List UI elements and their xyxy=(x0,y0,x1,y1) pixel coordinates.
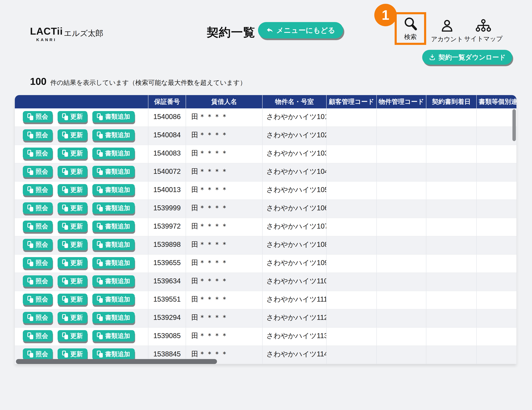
update-button[interactable]: 更新 xyxy=(57,147,87,159)
row-actions-cell: 照会 更新 書類追加 xyxy=(15,145,148,163)
document-copy-icon xyxy=(97,132,103,138)
add-documents-button[interactable]: 書類追加 xyxy=(92,184,135,195)
update-button[interactable]: 更新 xyxy=(57,239,87,250)
inquiry-button[interactable]: 照会 xyxy=(23,129,53,141)
add-documents-button[interactable]: 書類追加 xyxy=(92,257,135,269)
vertical-scrollbar-thumb[interactable] xyxy=(513,109,516,141)
customer-code-cell xyxy=(326,200,377,218)
update-button[interactable]: 更新 xyxy=(57,184,87,195)
back-to-menu-button[interactable]: メニューにもどる xyxy=(258,22,343,39)
inquiry-button[interactable]: 照会 xyxy=(23,147,53,159)
contract-arrival-cell xyxy=(426,218,476,236)
update-button[interactable]: 更新 xyxy=(57,294,87,305)
reply-arrow-icon xyxy=(266,26,274,34)
horizontal-scrollbar-thumb[interactable] xyxy=(16,359,217,364)
add-documents-button[interactable]: 書類追加 xyxy=(92,202,135,214)
document-copy-icon xyxy=(62,278,68,284)
search-nav-item[interactable]: 検索 xyxy=(395,12,426,45)
update-button[interactable]: 更新 xyxy=(57,312,87,323)
add-documents-button[interactable]: 書類追加 xyxy=(92,111,135,122)
add-documents-button[interactable]: 書類追加 xyxy=(92,275,135,287)
update-button[interactable]: 更新 xyxy=(57,257,87,269)
property-code-cell xyxy=(377,145,426,163)
user-name: エルズ太郎 xyxy=(64,28,103,39)
sitemap-nav-item[interactable]: サイトマップ xyxy=(467,19,500,43)
customer-code-cell xyxy=(326,127,377,145)
column-header-documents-contact: 書類等個別連絡 xyxy=(476,95,516,108)
row-actions-cell: 照会 更新 書類追加 xyxy=(15,108,148,127)
document-copy-icon xyxy=(27,186,33,193)
contracts-table: 保証番号 賃借人名 物件名・号室 顧客管理コード 物件管理コード 契約書到着日 … xyxy=(15,95,516,364)
column-header-actions xyxy=(15,95,148,108)
column-header-property-code: 物件管理コード xyxy=(377,95,426,108)
document-copy-icon xyxy=(27,332,33,339)
inquiry-button[interactable]: 照会 xyxy=(23,312,53,323)
guarantee-number-cell: 1540013 xyxy=(148,181,186,200)
table-row: 照会 更新 書類追加 1539551 田＊＊＊＊ さわやかハイツ111 xyxy=(15,291,516,309)
sitemap-label: サイトマップ xyxy=(464,35,503,43)
tenant-name-cell: 田＊＊＊＊ xyxy=(186,200,262,218)
add-documents-button[interactable]: 書類追加 xyxy=(92,166,135,177)
update-button[interactable]: 更新 xyxy=(57,275,87,287)
property-name-cell: さわやかハイツ112 xyxy=(262,309,326,327)
inquiry-button[interactable]: 照会 xyxy=(23,202,53,214)
column-header-contract-arrival-date: 契約書到着日 xyxy=(426,95,476,108)
inquiry-button[interactable]: 照会 xyxy=(23,111,53,122)
add-documents-button[interactable]: 書類追加 xyxy=(92,239,135,250)
add-documents-button[interactable]: 書類追加 xyxy=(92,348,135,360)
property-code-cell xyxy=(377,218,426,236)
contract-arrival-cell xyxy=(426,200,476,218)
customer-code-cell xyxy=(326,273,377,291)
documents-contact-cell xyxy=(476,127,516,145)
documents-contact-cell xyxy=(476,218,516,236)
document-copy-icon xyxy=(62,296,68,303)
inquiry-button[interactable]: 照会 xyxy=(23,275,53,287)
guarantee-number-cell: 1540083 xyxy=(148,145,186,163)
document-copy-icon xyxy=(97,351,103,358)
property-code-cell xyxy=(377,200,426,218)
row-actions-cell: 照会 更新 書類追加 xyxy=(15,291,148,309)
add-documents-button[interactable]: 書類追加 xyxy=(92,221,135,232)
search-icon xyxy=(403,16,418,31)
inquiry-button[interactable]: 照会 xyxy=(23,257,53,269)
update-button[interactable]: 更新 xyxy=(57,348,87,360)
document-copy-icon xyxy=(62,113,68,120)
results-message: 件の結果を表示しています（検索可能な最大件数を超えています） xyxy=(50,78,246,87)
customer-code-cell xyxy=(326,145,377,163)
add-documents-button[interactable]: 書類追加 xyxy=(92,129,135,141)
update-button[interactable]: 更新 xyxy=(57,166,87,177)
documents-contact-cell xyxy=(476,108,516,127)
inquiry-button[interactable]: 照会 xyxy=(23,348,53,360)
add-documents-button[interactable]: 書類追加 xyxy=(92,312,135,323)
property-name-cell: さわやかハイツ108 xyxy=(262,236,326,254)
property-name-cell: さわやかハイツ107 xyxy=(262,218,326,236)
update-button[interactable]: 更新 xyxy=(57,111,87,122)
update-button[interactable]: 更新 xyxy=(57,129,87,141)
add-documents-button[interactable]: 書類追加 xyxy=(92,294,135,305)
app-logo: LACTii KANRI xyxy=(30,26,63,42)
inquiry-button[interactable]: 照会 xyxy=(23,166,53,177)
update-button[interactable]: 更新 xyxy=(57,330,87,342)
document-copy-icon xyxy=(27,241,33,248)
document-copy-icon xyxy=(27,296,33,303)
customer-code-cell xyxy=(326,291,377,309)
guarantee-number-cell: 1539634 xyxy=(148,273,186,291)
table-row: 照会 更新 書類追加 1539634 田＊＊＊＊ さわやかハイツ110 xyxy=(15,273,516,291)
inquiry-button[interactable]: 照会 xyxy=(23,294,53,305)
document-copy-icon xyxy=(97,296,103,303)
update-button[interactable]: 更新 xyxy=(57,202,87,214)
update-button[interactable]: 更新 xyxy=(57,221,87,232)
inquiry-button[interactable]: 照会 xyxy=(23,239,53,250)
inquiry-button[interactable]: 照会 xyxy=(23,330,53,342)
download-contract-list-button[interactable]: 契約一覧ダウンロード xyxy=(422,50,512,65)
add-documents-button[interactable]: 書類追加 xyxy=(92,330,135,342)
column-header-property-name: 物件名・号室 xyxy=(262,95,326,108)
download-button-label: 契約一覧ダウンロード xyxy=(438,53,506,62)
account-nav-item[interactable]: アカウント xyxy=(434,19,460,44)
inquiry-button[interactable]: 照会 xyxy=(23,184,53,195)
document-copy-icon xyxy=(27,113,33,120)
inquiry-button[interactable]: 照会 xyxy=(23,221,53,232)
customer-code-cell xyxy=(326,309,377,327)
add-documents-button[interactable]: 書類追加 xyxy=(92,147,135,159)
document-copy-icon xyxy=(62,168,68,175)
